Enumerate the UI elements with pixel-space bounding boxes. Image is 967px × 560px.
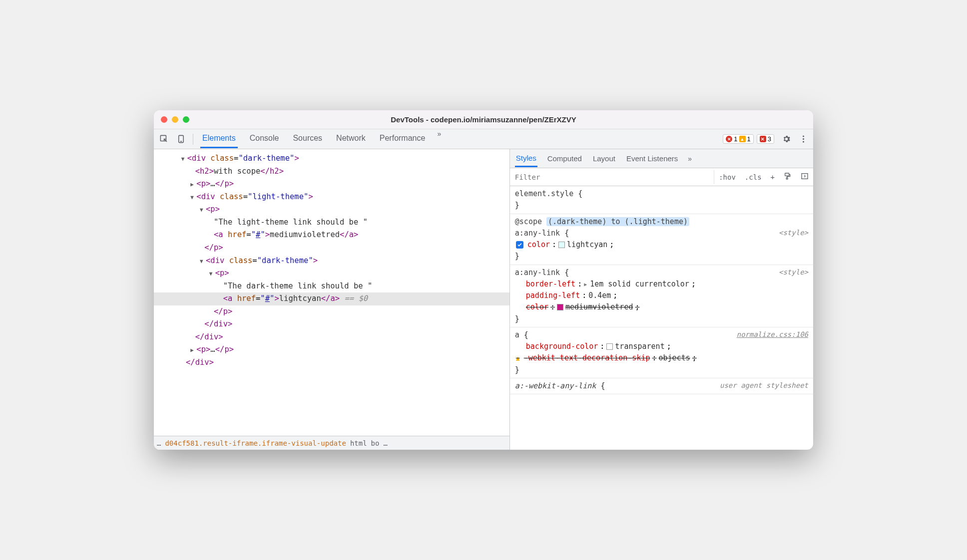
color-swatch[interactable] xyxy=(606,343,613,350)
more-tabs-icon[interactable]: » xyxy=(437,130,441,148)
dom-node[interactable]: </p> xyxy=(154,242,509,255)
device-toggle-icon[interactable] xyxy=(176,134,186,144)
dom-node-selected[interactable]: <a href="#">lightcyan</a> == $0 xyxy=(154,292,509,305)
svg-rect-6 xyxy=(785,173,789,176)
paint-icon[interactable] xyxy=(779,172,796,182)
main-toolbar: Elements Console Sources Network Perform… xyxy=(154,129,813,149)
style-rule[interactable]: <style> a:any-link { border-left:▶1em so… xyxy=(510,265,813,327)
dom-text[interactable]: "The light-theme link should be " xyxy=(154,216,509,229)
elements-panel: ▼<div class="dark-theme"> <h2>with scope… xyxy=(154,149,510,450)
more-styles-tabs-icon[interactable]: » xyxy=(688,155,692,163)
css-declaration-overridden[interactable]: color: mediumvioletred; xyxy=(515,301,808,313)
styles-tab-layout[interactable]: Layout xyxy=(592,151,616,166)
close-button[interactable] xyxy=(161,116,167,123)
filter-input[interactable] xyxy=(510,170,714,184)
errors-badge[interactable]: ✕ 1 ▲ 1 xyxy=(723,134,753,144)
dom-node[interactable]: </div> xyxy=(154,331,509,344)
source-link: user agent stylesheet xyxy=(720,380,808,391)
dom-node[interactable]: </p> xyxy=(154,305,509,318)
traffic-lights xyxy=(161,116,189,123)
dom-node[interactable]: ▼<div class="dark-theme"> xyxy=(154,152,509,165)
source-link[interactable]: <style> xyxy=(779,228,808,239)
breadcrumb-item[interactable]: d04cf581.result-iframe.iframe-visual-upd… xyxy=(165,439,346,447)
messages-badge[interactable]: ✕ 3 xyxy=(757,134,774,144)
tab-performance[interactable]: Performance xyxy=(378,130,428,148)
status-badges: ✕ 1 ▲ 1 ✕ 3 xyxy=(723,134,774,144)
message-icon: ✕ xyxy=(760,136,766,142)
breadcrumb-ellipsis[interactable]: … xyxy=(157,439,161,447)
dom-text[interactable]: "The dark-theme link should be " xyxy=(154,280,509,293)
styles-toolbar: :hov .cls + xyxy=(510,168,813,186)
dom-node[interactable]: ▼<div class="dark-theme"> xyxy=(154,255,509,268)
breadcrumb-item[interactable]: bo xyxy=(371,439,380,447)
dom-node[interactable]: ▼<p> xyxy=(154,267,509,280)
tab-console[interactable]: Console xyxy=(248,130,281,148)
error-count: 1 xyxy=(734,135,737,143)
breadcrumb-item[interactable]: html xyxy=(350,439,367,447)
css-declaration[interactable]: padding-left: 0.4em; xyxy=(515,290,808,301)
dom-node[interactable]: ▶<p>…</p> xyxy=(154,178,509,191)
minimize-button[interactable] xyxy=(172,116,178,123)
source-link[interactable]: <style> xyxy=(779,267,808,278)
dom-node[interactable]: ▶<p>…</p> xyxy=(154,343,509,356)
styles-panel: Styles Computed Layout Event Listeners »… xyxy=(510,149,813,450)
styles-rules[interactable]: element.style { } @scope (.dark-theme) t… xyxy=(510,186,813,450)
dom-node[interactable]: ▼<p> xyxy=(154,203,509,216)
breadcrumb-ellipsis[interactable]: … xyxy=(383,439,387,447)
color-swatch[interactable] xyxy=(558,242,565,248)
dom-node[interactable]: </div> xyxy=(154,356,509,369)
window-title: DevTools - codepen.io/miriamsuzanne/pen/… xyxy=(391,115,576,124)
styles-tabs: Styles Computed Layout Event Listeners » xyxy=(510,149,813,168)
dom-node[interactable]: <h2>with scope</h2> xyxy=(154,165,509,178)
style-rule[interactable]: normalize.css:106 a { background-color: … xyxy=(510,327,813,378)
css-declaration[interactable]: border-left:▶1em solid currentcolor; xyxy=(515,279,808,290)
breadcrumb-bar[interactable]: … d04cf581.result-iframe.iframe-visual-u… xyxy=(154,436,509,450)
dom-tree[interactable]: ▼<div class="dark-theme"> <h2>with scope… xyxy=(154,149,509,436)
devtools-window: DevTools - codepen.io/miriamsuzanne/pen/… xyxy=(154,110,813,450)
svg-point-5 xyxy=(802,141,804,142)
tab-elements[interactable]: Elements xyxy=(200,130,238,148)
error-icon: ✕ xyxy=(726,136,732,142)
style-rule[interactable]: element.style { } xyxy=(510,186,813,214)
tab-network[interactable]: Network xyxy=(334,130,368,148)
divider xyxy=(193,134,193,145)
style-rule[interactable]: @scope (.dark-theme) to (.light-theme) <… xyxy=(510,214,813,265)
new-style-button[interactable]: + xyxy=(766,173,779,181)
tab-sources[interactable]: Sources xyxy=(291,130,324,148)
styles-tab-computed[interactable]: Computed xyxy=(546,151,583,166)
scope-highlight: (.dark-theme) to (.light-theme) xyxy=(546,217,689,226)
style-rule[interactable]: user agent stylesheet a:-webkit-any-link… xyxy=(510,378,813,394)
titlebar: DevTools - codepen.io/miriamsuzanne/pen/… xyxy=(154,110,813,129)
hover-toggle-button[interactable]: :hov xyxy=(714,173,740,181)
main-content: ▼<div class="dark-theme"> <h2>with scope… xyxy=(154,149,813,450)
styles-tab-styles[interactable]: Styles xyxy=(515,150,537,167)
svg-rect-7 xyxy=(786,178,788,179)
computed-pane-icon[interactable] xyxy=(796,172,813,182)
dom-node[interactable]: <a href="#">mediumvioletred</a> xyxy=(154,229,509,242)
maximize-button[interactable] xyxy=(183,116,189,123)
css-declaration-invalid[interactable]: ▲ -webkit-text-decoration-skip: objects; xyxy=(515,352,808,364)
classes-toggle-button[interactable]: .cls xyxy=(740,173,766,181)
message-count: 3 xyxy=(768,135,771,143)
dom-node[interactable]: ▼<div class="light-theme"> xyxy=(154,191,509,204)
css-declaration[interactable]: color: lightcyan; xyxy=(515,239,808,251)
panel-tabs: Elements Console Sources Network Perform… xyxy=(200,130,441,148)
styles-tab-event-listeners[interactable]: Event Listeners xyxy=(625,151,679,166)
warning-count: 1 xyxy=(747,135,751,143)
css-declaration[interactable]: background-color: transparent; xyxy=(515,341,808,352)
warning-icon: ▲ xyxy=(739,136,746,142)
svg-point-3 xyxy=(802,135,804,137)
warning-icon: ▲ xyxy=(516,353,520,363)
svg-rect-8 xyxy=(802,174,808,179)
enabled-checkbox[interactable] xyxy=(516,241,523,249)
inspect-icon[interactable] xyxy=(159,134,169,144)
more-menu-icon[interactable] xyxy=(798,134,808,144)
svg-point-4 xyxy=(802,138,804,140)
settings-icon[interactable] xyxy=(781,134,791,144)
color-swatch[interactable] xyxy=(557,304,563,310)
source-link[interactable]: normalize.css:106 xyxy=(737,329,808,340)
dom-node[interactable]: </div> xyxy=(154,318,509,331)
